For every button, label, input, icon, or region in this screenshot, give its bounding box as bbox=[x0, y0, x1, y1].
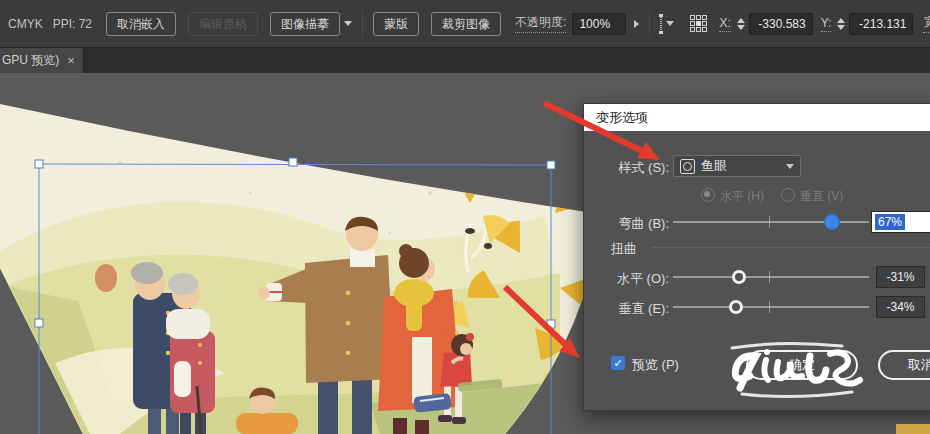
style-select[interactable]: 鱼眼 bbox=[673, 155, 801, 177]
opacity-label[interactable]: 不透明度: bbox=[515, 14, 566, 33]
width-label: 宽: bbox=[923, 14, 930, 33]
style-selected-value: 鱼眼 bbox=[701, 157, 727, 175]
distort-v-handle[interactable] bbox=[729, 300, 743, 314]
distort-v-track[interactable] bbox=[673, 306, 869, 308]
preview-label: 预览 (P) bbox=[632, 356, 722, 374]
y-input[interactable]: -213.131 bbox=[849, 13, 913, 35]
distort-h-handle[interactable] bbox=[732, 270, 746, 284]
x-label: X: bbox=[719, 16, 730, 32]
cancel-button[interactable]: 取消 bbox=[878, 350, 930, 380]
radio-selected-icon bbox=[701, 188, 715, 202]
document-tabbar: GPU 预览) × bbox=[0, 48, 930, 73]
transform-panel-icon[interactable] bbox=[660, 14, 662, 34]
options-toolbar: CMYK PPI: 72 取消嵌入 编辑原稿 图像描摹 蒙版 裁剪图像 不透明度… bbox=[0, 0, 930, 48]
warped-artwork[interactable] bbox=[0, 104, 629, 434]
axis-radio-group: 水平 (H) 垂直 (V) bbox=[701, 188, 843, 205]
warp-options-dialog: 变形选项 样式 (S): 鱼眼 水平 (H) 垂直 (V) 弯曲 (B): 67… bbox=[583, 103, 930, 411]
distort-section-label: 扭曲 bbox=[611, 240, 671, 258]
fisheye-style-icon bbox=[680, 159, 695, 174]
separator bbox=[362, 11, 363, 37]
bend-slider[interactable] bbox=[673, 211, 869, 233]
opacity-input[interactable]: 100% bbox=[572, 13, 626, 35]
distort-v-slider[interactable] bbox=[673, 296, 869, 318]
hills bbox=[0, 202, 560, 434]
x-input[interactable]: -330.583 bbox=[749, 13, 813, 35]
distort-h-label: 水平 (O): bbox=[584, 270, 669, 288]
artwork-fragment bbox=[896, 424, 930, 434]
selection-handle[interactable] bbox=[35, 319, 43, 327]
dialog-title: 变形选项 bbox=[584, 104, 930, 131]
distort-h-slider[interactable] bbox=[673, 266, 869, 288]
vertical-radio: 垂直 (V) bbox=[781, 188, 843, 205]
separator bbox=[649, 11, 650, 37]
distort-v-label: 垂直 (E): bbox=[584, 300, 669, 318]
ok-button[interactable]: 确定 bbox=[746, 350, 858, 380]
distort-h-track[interactable] bbox=[673, 276, 869, 278]
mask-button[interactable]: 蒙版 bbox=[373, 12, 419, 36]
transform-panel-chevron-icon[interactable] bbox=[666, 21, 674, 26]
bend-slider-handle[interactable] bbox=[824, 214, 840, 230]
section-divider bbox=[652, 247, 930, 248]
document-tab-title: GPU 预览) bbox=[2, 52, 59, 69]
slider-center-tick bbox=[769, 271, 770, 283]
horizontal-radio: 水平 (H) bbox=[701, 188, 764, 205]
image-trace-dropdown-icon[interactable] bbox=[344, 21, 352, 26]
bend-label: 弯曲 (B): bbox=[584, 215, 669, 233]
unembed-button[interactable]: 取消嵌入 bbox=[106, 12, 176, 36]
slider-center-tick bbox=[769, 301, 770, 313]
selection-handle[interactable] bbox=[35, 160, 43, 168]
y-stepper[interactable] bbox=[835, 14, 847, 34]
opacity-more-icon[interactable] bbox=[634, 20, 639, 28]
slider-center-tick bbox=[769, 216, 770, 228]
edit-original-button: 编辑原稿 bbox=[188, 12, 258, 36]
x-stepper[interactable] bbox=[735, 14, 747, 34]
y-label: Y: bbox=[821, 16, 832, 32]
radio-icon bbox=[781, 188, 795, 202]
crop-image-button[interactable]: 裁剪图像 bbox=[431, 12, 501, 36]
distort-h-value-field[interactable]: -31% bbox=[876, 266, 925, 288]
dropdown-chevron-icon bbox=[786, 164, 794, 169]
image-trace-button[interactable]: 图像描摹 bbox=[270, 12, 340, 36]
illustrator-window: CMYK PPI: 72 取消嵌入 编辑原稿 图像描摹 蒙版 裁剪图像 不透明度… bbox=[0, 0, 930, 434]
distort-v-value-field[interactable]: -34% bbox=[876, 296, 925, 318]
style-label: 样式 (S): bbox=[584, 159, 669, 177]
ppi-label: PPI: 72 bbox=[53, 17, 92, 31]
selection-handle[interactable] bbox=[289, 158, 297, 166]
reference-point-icon[interactable] bbox=[690, 15, 707, 32]
selection-handle[interactable] bbox=[547, 320, 555, 328]
document-tab[interactable]: GPU 预览) × bbox=[0, 48, 84, 73]
bend-value-field[interactable]: 67% bbox=[871, 211, 930, 233]
selection-handle[interactable] bbox=[547, 161, 555, 169]
color-mode-label: CMYK bbox=[8, 17, 43, 31]
tab-close-icon[interactable]: × bbox=[67, 54, 75, 67]
preview-checkbox[interactable]: ✓ bbox=[611, 356, 625, 370]
sun bbox=[95, 264, 117, 292]
